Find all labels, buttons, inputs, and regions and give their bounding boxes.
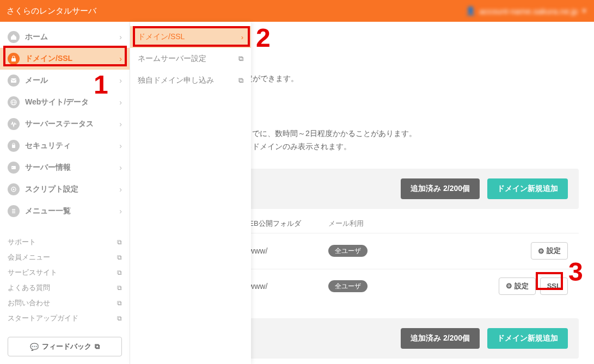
submenu-label: 独自ドメイン申し込み [138,76,214,85]
gear-icon: ⚙ [506,282,512,290]
external-icon: ⧉ [117,269,122,276]
btn-label: 設定 [515,281,529,291]
btn-label: 設定 [547,246,561,256]
chevron-right-icon: › [119,54,122,63]
external-icon: ⧉ [117,314,122,322]
sidebar-item-label: セキュリティ [25,141,71,151]
sidebar: ホーム › ドメイン/SSL › メール › Webサイト/データ › サーバー… [0,22,130,364]
gear-icon: ⚙ [538,247,544,255]
sidebar-item-domain[interactable]: ドメイン/SSL › [0,48,130,70]
topbar: さくらのレンタルサーバ 👤 account-name.sakura.ne.jp … [0,0,594,22]
count-badge: 追加済み 2/200個 [401,178,480,199]
activity-icon [8,118,20,130]
sidebar-item-security[interactable]: セキュリティ › [0,135,130,157]
submenu-item-own-domain[interactable]: 独自ドメイン申し込み ⧉ [130,70,251,91]
mail-badge: 全ユーザ [328,280,368,292]
chat-icon: 💬 [30,343,39,351]
cell-mail: 全ユーザ [328,246,388,256]
lock-icon [8,53,20,65]
sidebar-item-home[interactable]: ホーム › [0,26,130,48]
sidebar-item-web[interactable]: Webサイト/データ › [0,91,130,113]
chevron-right-icon: › [119,185,122,194]
cell-mail: 全ユーザ [328,281,388,291]
sidebar-item-label: ドメイン/SSL [25,54,72,64]
sidebar-item-label: スクリプト設定 [25,184,78,194]
th-web: WEB公開フォルダ [242,219,324,229]
startup-link[interactable]: スタートアップガイド⧉ [8,311,122,326]
external-icon: ⧉ [117,254,122,261]
shield-icon [8,140,20,152]
ssl-button[interactable]: SSL [540,277,568,295]
contact-link[interactable]: お問い合わせ⧉ [8,295,122,311]
count-badge: 追加済み 2/200個 [401,328,480,349]
support-link[interactable]: サポート⧉ [8,235,122,250]
link-label: 会員メニュー [8,252,50,262]
sidebar-item-label: サーバー情報 [25,163,71,172]
chevron-down-icon: ▼ [581,7,587,15]
th-mail: メール利用 [328,219,388,229]
list-icon [8,205,20,217]
service-link[interactable]: サービスサイト⧉ [8,265,122,280]
submenu-item-domain-ssl[interactable]: ドメイン/SSL › [130,26,251,48]
sidebar-item-mail[interactable]: メール › [0,70,130,91]
chevron-right-icon: › [119,76,122,85]
user-label: account-name.sakura.ne.jp [479,7,578,16]
add-domain-button[interactable]: ドメイン新規追加 [487,328,568,349]
mail-icon [8,75,20,87]
server-icon [8,162,20,174]
external-icon: ⧉ [95,342,100,351]
globe-icon [8,96,20,108]
sidebar-item-script[interactable]: スクリプト設定 › [0,178,130,200]
submenu-item-nameserver[interactable]: ネームサーバー設定 ⧉ [130,48,251,70]
faq-link[interactable]: よくある質問⧉ [8,280,122,295]
submenu-label: ネームサーバー設定 [138,54,206,64]
submenu-domain: ドメイン/SSL › ネームサーバー設定 ⧉ 独自ドメイン申し込み ⧉ [130,22,251,364]
chevron-right-icon: › [119,33,122,41]
add-domain-button[interactable]: ドメイン新規追加 [487,178,568,199]
support-links: サポート⧉ 会員メニュー⧉ サービスサイト⧉ よくある質問⧉ お問い合わせ⧉ ス… [0,229,130,331]
svg-point-7 [13,189,15,190]
sidebar-item-status[interactable]: サーバーステータス › [0,113,130,135]
cell-actions: ⚙設定 SSL [499,277,568,295]
home-icon [8,31,20,43]
nav-list: ホーム › ドメイン/SSL › メール › Webサイト/データ › サーバー… [0,22,130,224]
sidebar-item-label: メニュー一覧 [25,206,71,216]
sidebar-item-menu[interactable]: メニュー一覧 › [0,200,130,222]
external-icon: ⧉ [238,54,243,63]
sidebar-item-server[interactable]: サーバー情報 › [0,157,130,178]
settings-button[interactable]: ⚙設定 [499,277,536,295]
user-icon: 👤 [466,6,476,16]
sidebar-item-label: ホーム [25,32,48,42]
app-title: さくらのレンタルサーバ [7,6,96,16]
cell-web: ~/www/ [242,246,324,255]
external-icon: ⧉ [117,299,122,307]
submenu-label: ドメイン/SSL [138,32,185,42]
feedback-label: フィードバック [42,342,91,351]
sidebar-item-label: サーバーステータス [25,119,94,129]
link-label: サポート [8,237,36,247]
chevron-right-icon: › [241,33,243,41]
cell-actions: ⚙設定 [531,242,568,260]
feedback-button[interactable]: 💬 フィードバック ⧉ [8,337,122,356]
external-icon: ⧉ [238,76,243,85]
link-label: よくある質問 [8,283,50,293]
chevron-right-icon: › [119,163,122,172]
cell-web: ~/www/ [242,282,324,291]
user-menu[interactable]: 👤 account-name.sakura.ne.jp ▼ [466,6,587,16]
svg-point-5 [12,167,13,168]
sidebar-item-label: メール [25,76,48,85]
link-label: サービスサイト [8,268,57,277]
script-icon [8,183,20,195]
member-link[interactable]: 会員メニュー⧉ [8,250,122,265]
chevron-right-icon: › [119,207,122,215]
external-icon: ⧉ [117,284,122,292]
svg-rect-1 [11,78,16,83]
svg-rect-0 [11,58,16,61]
sidebar-item-label: Webサイト/データ [25,97,89,107]
settings-button[interactable]: ⚙設定 [531,242,568,260]
external-icon: ⧉ [117,238,122,246]
link-label: スタートアップガイド [8,313,78,323]
chevron-right-icon: › [119,120,122,128]
link-label: お問い合わせ [8,298,50,308]
chevron-right-icon: › [119,141,122,150]
